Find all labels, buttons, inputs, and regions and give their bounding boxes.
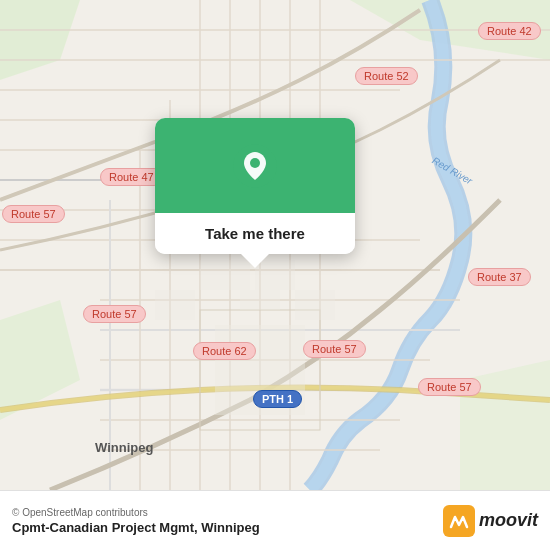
svg-rect-34 bbox=[295, 290, 335, 320]
route-badge-47[interactable]: Route 47 bbox=[100, 168, 163, 186]
moovit-icon bbox=[443, 505, 475, 537]
route-badge-42[interactable]: Route 42 bbox=[478, 22, 541, 40]
osm-credit: © OpenStreetMap contributors bbox=[12, 507, 260, 518]
bottom-bar-info: © OpenStreetMap contributors Cpmt-Canadi… bbox=[12, 507, 260, 535]
popup-card: Take me there bbox=[155, 118, 355, 254]
bottom-bar: © OpenStreetMap contributors Cpmt-Canadi… bbox=[0, 490, 550, 550]
location-pin-icon bbox=[233, 144, 277, 188]
svg-rect-37 bbox=[443, 505, 475, 537]
pth-badge[interactable]: PTH 1 bbox=[253, 390, 302, 408]
route-badge-57-right[interactable]: Route 57 bbox=[303, 340, 366, 358]
route-badge-57-mid[interactable]: Route 57 bbox=[83, 305, 146, 323]
location-name: Cpmt-Canadian Project Mgmt, Winnipeg bbox=[12, 520, 260, 535]
route-badge-37[interactable]: Route 37 bbox=[468, 268, 531, 286]
take-me-there-button[interactable]: Take me there bbox=[155, 213, 355, 254]
route-badge-62[interactable]: Route 62 bbox=[193, 342, 256, 360]
route-badge-57-left[interactable]: Route 57 bbox=[2, 205, 65, 223]
svg-rect-31 bbox=[240, 290, 280, 310]
svg-rect-30 bbox=[155, 290, 195, 320]
svg-point-36 bbox=[250, 158, 260, 168]
route-badge-57-far[interactable]: Route 57 bbox=[418, 378, 481, 396]
city-label: Winnipeg bbox=[95, 440, 153, 455]
moovit-text: moovit bbox=[479, 510, 538, 531]
map-container: Route 42 Route 52 Route 47 Route 57 Rout… bbox=[0, 0, 550, 490]
moovit-logo[interactable]: moovit bbox=[443, 505, 538, 537]
popup-header bbox=[155, 118, 355, 213]
route-badge-52[interactable]: Route 52 bbox=[355, 67, 418, 85]
